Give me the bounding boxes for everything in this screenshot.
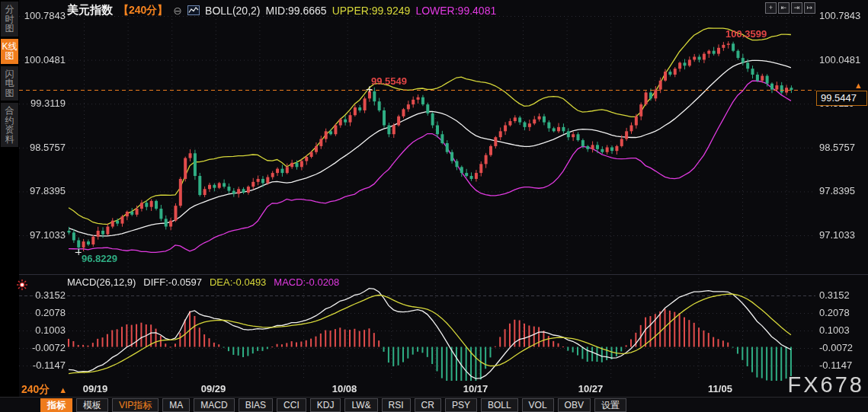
macd-diff-value: DIFF:-0.0597 [143,276,202,288]
macd-axis-label-left: -0.0072 [20,342,66,353]
date-label: 10/27 [578,383,604,394]
alarm-icon[interactable] [17,279,27,293]
macd-axis-label-right: 0.3152 [819,289,850,301]
sidebar-tab-合约资料[interactable]: 合约资料 [1,103,18,147]
macd-axis-label-left: 0.1003 [20,324,66,336]
pan-icon[interactable]: + [765,2,777,14]
toolbar-button-RSI[interactable]: RSI [382,398,411,412]
toolbar-button-PSY[interactable]: PSY [445,398,477,412]
date-label: 10/08 [332,383,357,394]
macd-axis-label-right: -0.1147 [819,359,852,371]
chart-header: 美元指数 【240分】 ⊖ BOLL(20,2) MID:99.6665 UPP… [67,3,496,18]
toolbar-button-设置[interactable]: 设置 [594,398,626,412]
toolbar-button-指标[interactable]: 指标 [40,398,72,412]
price-up-arrow-icon: ▲ [854,81,863,90]
period-selector[interactable]: 240分 ▲ [21,383,67,397]
toolbar-button-BOLL[interactable]: BOLL [481,398,518,412]
date-label: 10/17 [463,383,488,394]
indicator-toolbar: 指标模板VIP指标MAMACDBIASCCIKDJLW&RSICRPSYBOLL… [0,397,868,412]
toolbar-button-模板[interactable]: 模板 [76,398,108,412]
period-low-annotation: 96.8229 [82,253,117,264]
macd-axis-label-right: 0.1003 [819,324,850,336]
toolbar-button-KDJ[interactable]: KDJ [310,398,341,412]
price-axis-label-right: 100.0481 [819,54,860,65]
price-axis-label-left: 99.3119 [20,97,66,109]
date-label: 09/29 [201,383,226,394]
toolbar-button-MA[interactable]: MA [162,398,190,412]
price-axis-label-left: 97.8395 [20,185,66,196]
macd-header: MACD(26,12,9) DIFF:-0.0597 DEA:-0.0493 M… [67,276,339,288]
price-axis-label-right: 97.8395 [819,185,855,196]
price-axis-label-left: 98.5757 [20,142,66,153]
macd-axis-label-right: 0.2078 [819,307,850,318]
price-axis-label-left: 97.1033 [20,229,66,241]
chart-tool-buttons: +⇤⇥↦ [765,2,815,14]
period-badge: 【240分】 [118,4,168,18]
toolbar-button-CCI[interactable]: CCI [277,398,306,412]
toolbar-button-VOL[interactable]: VOL [522,398,554,412]
period-dropdown-icon: ▲ [59,385,67,394]
sidebar-tab-分时图[interactable]: 分时图 [1,2,18,37]
period-high-annotation: 100.3599 [725,28,767,40]
macd-axis-label-right: -0.0072 [819,342,853,353]
toolbar-button-CR[interactable]: CR [415,398,441,412]
mini-chart-icon[interactable] [187,5,200,15]
period-selector-label: 240分 [21,383,50,397]
price-axis-label-right: 100.7843 [819,10,860,21]
trading-app-window: 分时图K线图闪电图合约资料 美元指数 【240分】 ⊖ BOLL(20,2) M… [0,0,868,412]
fx678-watermark: FX678 [788,372,864,398]
price-axis-label-left: 100.0481 [20,54,66,65]
sidebar-tab-闪电图[interactable]: 闪电图 [1,66,18,101]
indicator-name: BOLL(20,2) [205,5,260,17]
price-axis-label-left: 100.7843 [20,10,66,21]
date-label: 09/19 [83,383,108,394]
date-label: 11/05 [708,383,732,394]
last-price-tag: 99.5447 [816,91,867,106]
toolbar-button-VIP指标[interactable]: VIP指标 [112,398,159,412]
macd-dea-value: DEA:-0.0493 [210,276,266,288]
macd-axis-label-left: 0.2078 [20,307,66,318]
boll-mid-value: MID:99.6665 [265,5,326,17]
symbol-name: 美元指数 [67,3,113,18]
swing-high-annotation: 99.5549 [371,75,407,87]
axis-right-icon[interactable]: ⇥ [791,2,802,14]
macd-axis-label-left: -0.1147 [20,359,66,371]
toolbar-button-OBV[interactable]: OBV [558,398,591,412]
boll-lower-value: LOWER:99.4081 [415,5,496,17]
boll-upper-value: UPPER:99.9249 [332,5,411,17]
toolbar-button-LW&[interactable]: LW& [344,398,377,412]
macd-title: MACD(26,12,9) [67,276,136,288]
toolbar-button-BIAS[interactable]: BIAS [239,398,273,412]
sidebar-tab-K线图[interactable]: K线图 [1,39,18,64]
macd-bar-value: MACD:-0.0208 [274,276,339,288]
price-axis-label-right: 97.1033 [819,229,855,241]
collapse-icon[interactable]: ⊖ [173,5,182,17]
axis-out-icon[interactable]: ↦ [804,2,815,14]
chart-canvas[interactable] [0,0,868,397]
toolbar-button-MACD[interactable]: MACD [194,398,234,412]
price-axis-label-right: 98.5757 [819,142,855,153]
sidebar: 分时图K线图闪电图合约资料 [0,0,19,412]
axis-left-icon[interactable]: ⇤ [778,2,790,14]
